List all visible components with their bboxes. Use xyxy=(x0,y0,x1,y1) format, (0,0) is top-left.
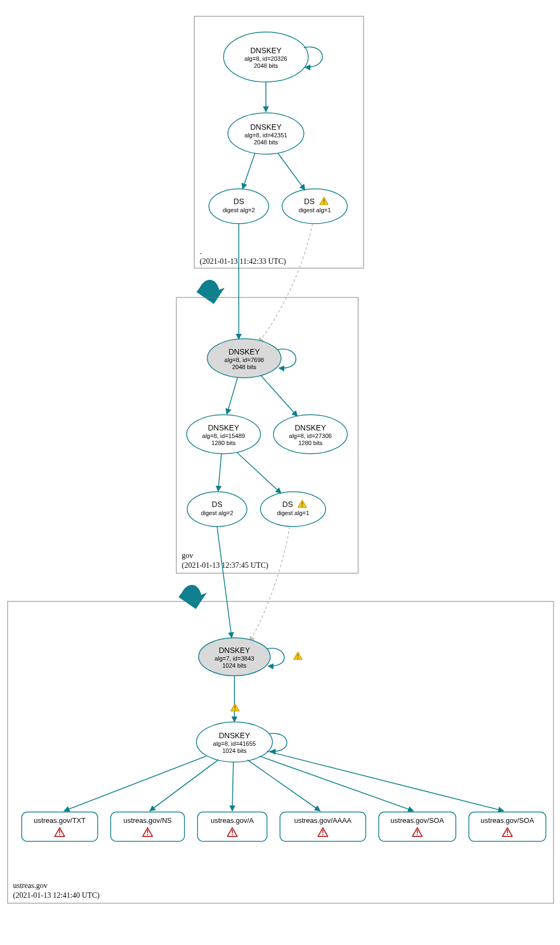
node-ustreas-zsk: DNSKEY alg=8, id=41655 1024 bits xyxy=(196,722,272,762)
svg-text:digest alg=2: digest alg=2 xyxy=(222,207,255,213)
svg-point-31 xyxy=(187,492,247,527)
svg-text:DS: DS xyxy=(233,197,244,206)
svg-text:ustreas.gov/TXT: ustreas.gov/TXT xyxy=(34,816,85,825)
zone-box-ustreas xyxy=(8,601,553,903)
zone-ts-gov: (2021-01-13 12:37:45 UTC) xyxy=(182,561,269,570)
zone-label-root: . xyxy=(200,248,202,256)
edge-zsk-r3 xyxy=(247,760,320,811)
delegation-arrow-root-gov xyxy=(196,280,225,304)
svg-text:DNSKEY: DNSKEY xyxy=(208,423,239,432)
svg-text:1280 bits: 1280 bits xyxy=(212,440,236,446)
svg-text:2048 bits: 2048 bits xyxy=(232,364,257,370)
svg-text:DNSKEY: DNSKEY xyxy=(250,46,282,55)
svg-text:DS: DS xyxy=(282,500,292,509)
svg-text:DNSKEY: DNSKEY xyxy=(228,347,260,356)
svg-text:DNSKEY: DNSKEY xyxy=(219,646,250,655)
svg-text:digest alg=1: digest alg=1 xyxy=(277,510,309,516)
node-gov-ds2: DS digest alg=2 xyxy=(187,492,247,527)
node-root-ds1: DS digest alg=1 xyxy=(282,189,347,224)
svg-text:1024 bits: 1024 bits xyxy=(222,662,247,669)
edge-gov-ds2-ust-ksk xyxy=(217,527,232,638)
svg-point-34 xyxy=(260,492,326,527)
delegation-arrow-gov-ustreas xyxy=(179,585,207,609)
node-root-ksk: DNSKEY alg=8, id=20326 2048 bits xyxy=(224,32,308,82)
node-root-ds2: DS digest alg=2 xyxy=(209,189,269,224)
svg-text:alg=8, id=20326: alg=8, id=20326 xyxy=(245,55,288,62)
zone-ts-ustreas: (2021-01-13 12:41:40 UTC) xyxy=(13,891,100,900)
svg-text:ustreas.gov/SOA: ustreas.gov/SOA xyxy=(391,816,444,825)
svg-text:2048 bits: 2048 bits xyxy=(254,139,278,145)
svg-text:alg=8, id=41655: alg=8, id=41655 xyxy=(213,740,256,747)
warning-icon xyxy=(231,703,239,711)
zone-ts-root: (2021-01-13 11:42:33 UTC) xyxy=(200,257,286,266)
warning-icon xyxy=(294,652,302,659)
node-gov-ksk: DNSKEY alg=8, id=7698 2048 bits xyxy=(207,339,281,378)
edge-root-zsk-ds2 xyxy=(243,153,255,189)
svg-point-13 xyxy=(209,189,269,224)
edge-zsk-r1 xyxy=(150,760,218,811)
zone-label-ustreas: ustreas.gov xyxy=(13,881,47,890)
rr-soa-2: ustreas.gov/SOA xyxy=(469,812,546,841)
rr-a: ustreas.gov/A xyxy=(198,812,267,841)
svg-text:alg=8, id=27306: alg=8, id=27306 xyxy=(289,433,332,439)
node-gov-zsk2: DNSKEY alg=8, id=27306 1280 bits xyxy=(273,415,347,454)
edge-root-ds1-gov-ksk xyxy=(258,224,313,343)
svg-text:ustreas.gov/NS: ustreas.gov/NS xyxy=(124,816,172,825)
svg-text:alg=8, id=15489: alg=8, id=15489 xyxy=(202,433,245,439)
edge-root-zsk-ds1 xyxy=(278,153,305,190)
dnssec-graph: . (2021-01-13 11:42:33 UTC) DNSKEY alg=8… xyxy=(0,0,560,945)
svg-text:DNSKEY: DNSKEY xyxy=(295,423,326,432)
rr-aaaa: ustreas.gov/AAAA xyxy=(280,812,366,841)
svg-text:alg=8, id=42351: alg=8, id=42351 xyxy=(245,132,288,138)
svg-text:ustreas.gov/AAAA: ustreas.gov/AAAA xyxy=(294,816,352,825)
svg-text:2048 bits: 2048 bits xyxy=(254,62,278,69)
svg-text:alg=8, id=7698: alg=8, id=7698 xyxy=(225,357,264,363)
zone-label-gov: gov xyxy=(182,551,193,560)
node-gov-zsk1: DNSKEY alg=8, id=15489 1280 bits xyxy=(187,415,260,454)
edge-zsk-r0 xyxy=(64,756,206,811)
edge-zsk-r2 xyxy=(232,762,233,811)
svg-text:1024 bits: 1024 bits xyxy=(222,747,247,754)
svg-point-16 xyxy=(282,189,347,224)
edge-gov-zsk1-ds1 xyxy=(237,452,281,493)
node-gov-ds1: DS digest alg=1 xyxy=(260,492,326,527)
svg-text:DS: DS xyxy=(304,197,314,206)
rr-ns: ustreas.gov/NS xyxy=(111,812,184,841)
node-ustreas-ksk: DNSKEY alg=7, id=3843 1024 bits xyxy=(199,638,270,676)
edge-zsk-r5 xyxy=(267,751,504,811)
rr-soa-1: ustreas.gov/SOA xyxy=(379,812,456,841)
edge-gov-ksk-zsk2 xyxy=(260,375,297,416)
svg-text:DS: DS xyxy=(212,500,222,509)
edge-zsk-r4 xyxy=(259,756,413,811)
svg-text:DNSKEY: DNSKEY xyxy=(250,123,282,131)
svg-text:1280 bits: 1280 bits xyxy=(298,440,323,446)
svg-text:digest alg=1: digest alg=1 xyxy=(298,207,331,213)
edge-gov-ds1-ust-ksk xyxy=(250,527,290,642)
node-root-zsk: DNSKEY alg=8, id=42351 2048 bits xyxy=(228,113,304,154)
edge-gov-zsk1-ds2 xyxy=(218,454,221,491)
edge-gov-ksk-zsk1 xyxy=(227,377,238,414)
svg-text:DNSKEY: DNSKEY xyxy=(219,731,250,740)
svg-text:digest alg=2: digest alg=2 xyxy=(201,510,233,516)
svg-text:ustreas.gov/SOA: ustreas.gov/SOA xyxy=(481,816,534,825)
svg-text:alg=7, id=3843: alg=7, id=3843 xyxy=(215,655,254,662)
svg-text:ustreas.gov/A: ustreas.gov/A xyxy=(211,816,254,825)
rr-txt: ustreas.gov/TXT xyxy=(22,812,98,841)
